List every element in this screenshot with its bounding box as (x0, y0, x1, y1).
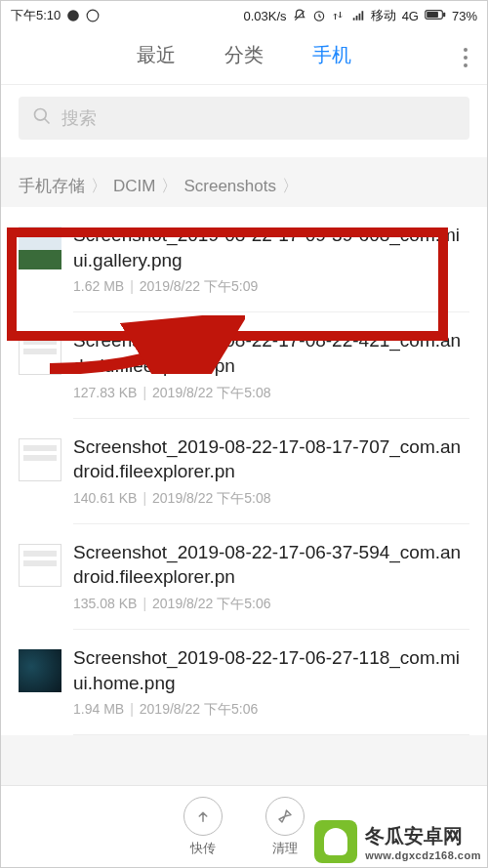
status-time: 下午5:10 (11, 7, 61, 24)
status-bar: 下午5:10 0.03K/s 移动 4G 73% (1, 1, 487, 30)
mute-icon (293, 9, 306, 22)
bottom-toolbar: 快传 清理 (1, 785, 487, 867)
network-speed: 0.03K/s (244, 9, 287, 23)
tab-bar: 最近 分类 手机 (1, 30, 487, 85)
tab-recent[interactable]: 最近 (137, 42, 176, 72)
chevron-right-icon: 〉 (161, 175, 178, 197)
crumb-storage[interactable]: 手机存储 (19, 175, 85, 197)
overflow-menu-icon[interactable] (464, 48, 468, 67)
clean-button[interactable]: 清理 (265, 797, 305, 857)
tab-category[interactable]: 分类 (224, 42, 264, 72)
file-thumbnail (19, 438, 61, 481)
fast-share-label: 快传 (190, 840, 216, 857)
search-icon (32, 106, 52, 131)
battery-icon (425, 9, 446, 22)
file-meta: 135.08 KB|2019/8/22 下午5:06 (73, 596, 469, 613)
search-placeholder: 搜索 (61, 106, 97, 130)
list-item[interactable]: Screenshot_2019-08-22-17-08-17-707_com.a… (1, 419, 487, 524)
file-name: Screenshot_2019-08-22-17-08-17-707_com.a… (73, 434, 469, 484)
file-meta: 140.61 KB|2019/8/22 下午5:08 (73, 490, 469, 508)
battery-percent: 73% (452, 9, 477, 23)
file-meta: 127.83 KB|2019/8/22 下午5:08 (73, 385, 469, 402)
file-name: Screenshot_2019-08-22-17-09-39-608_com.m… (73, 223, 469, 272)
breadcrumb: 手机存储 〉 DCIM 〉 Screenshots 〉 (1, 157, 487, 207)
file-meta: 1.62 MB|2019/8/22 下午5:09 (73, 278, 469, 296)
clean-label: 清理 (272, 840, 298, 857)
alarm-icon (312, 9, 326, 22)
svg-line-8 (45, 118, 50, 123)
file-thumbnail (19, 227, 61, 269)
app-icon (86, 9, 100, 22)
crumb-dcim[interactable]: DCIM (113, 177, 155, 196)
broom-icon (265, 797, 305, 836)
file-thumbnail (19, 649, 61, 692)
tab-phone[interactable]: 手机 (312, 42, 351, 72)
chevron-right-icon: 〉 (282, 175, 299, 197)
qq-icon (66, 9, 80, 22)
fast-share-button[interactable]: 快传 (183, 797, 223, 857)
search-section: 搜索 (1, 85, 487, 157)
svg-rect-6 (427, 12, 438, 18)
crumb-screenshots[interactable]: Screenshots (183, 177, 276, 196)
chevron-right-icon: 〉 (91, 175, 107, 197)
svg-point-1 (87, 10, 99, 21)
file-name: Screenshot_2019-08-22-17-08-22-421_com.a… (73, 328, 469, 378)
file-thumbnail (19, 544, 61, 587)
file-meta: 1.94 MB|2019/8/22 下午5:06 (73, 701, 469, 719)
signal-icon (351, 9, 365, 22)
file-thumbnail (19, 332, 61, 375)
file-list: Screenshot_2019-08-22-17-09-39-608_com.m… (1, 207, 487, 735)
list-item[interactable]: Screenshot_2019-08-22-17-08-22-421_com.a… (1, 312, 487, 418)
network-type: 4G (402, 9, 419, 23)
svg-point-7 (35, 108, 47, 120)
list-item[interactable]: Screenshot_2019-08-22-17-09-39-608_com.m… (1, 207, 487, 312)
search-input[interactable]: 搜索 (19, 97, 469, 140)
list-item[interactable]: Screenshot_2019-08-22-17-06-37-594_com.a… (1, 524, 487, 630)
carrier-label: 移动 (371, 7, 396, 24)
upload-icon (183, 797, 223, 836)
file-name: Screenshot_2019-08-22-17-06-27-118_com.m… (73, 645, 469, 695)
svg-rect-5 (443, 13, 445, 17)
svg-point-0 (67, 10, 79, 21)
list-item[interactable]: Screenshot_2019-08-22-17-06-27-118_com.m… (1, 630, 487, 735)
data-arrows-icon (332, 9, 346, 22)
file-name: Screenshot_2019-08-22-17-06-37-594_com.a… (73, 540, 469, 590)
